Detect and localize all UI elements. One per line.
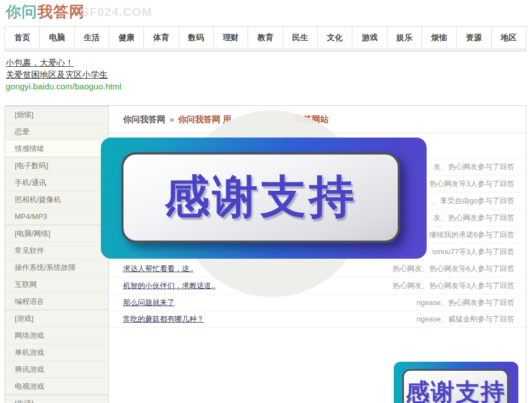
sidebar-category-item[interactable]: 互联网 (5, 276, 108, 293)
thanks-banner-small: 感谢支持 (394, 362, 518, 403)
question-answer-info: omou77等3人参与了回答 (432, 247, 514, 257)
sidebar-category-item[interactable]: 恋爱 (5, 123, 108, 140)
site-logo-part1: 你问 (6, 3, 37, 20)
question-title-link[interactable]: 求达人帮忙看看，这.. (123, 264, 193, 274)
nav-item[interactable]: 资源 (457, 27, 491, 48)
site-logo-part2: 我答网 (37, 3, 85, 20)
sidebar-category-item[interactable]: [游戏] (5, 310, 108, 327)
watermark-text: SF024.COM (81, 5, 152, 19)
nav-item[interactable]: 民生 (283, 27, 318, 48)
sidebar-category-item[interactable]: 电视游戏 (5, 378, 108, 395)
nav-item[interactable]: 体育 (144, 27, 178, 48)
nav-item[interactable]: 教育 (248, 27, 283, 48)
promo-ad-title-link[interactable]: 小包裹，大爱心！ (6, 57, 121, 68)
sidebar-category-item[interactable]: 网络游戏 (5, 327, 108, 344)
nav-item[interactable]: 电脑 (40, 27, 74, 48)
sidebar-category-item[interactable]: 常见软件 (5, 242, 108, 259)
nav-item[interactable]: 健康 (109, 27, 144, 48)
nav-item[interactable]: 娱乐 (388, 27, 422, 48)
main-nav: 首页电脑生活健康体育数码理财教育民生文化游戏娱乐烦恼资源地区 (5, 26, 526, 52)
nav-item[interactable]: 首页 (5, 27, 40, 48)
sidebar-category-item[interactable]: 照相机/摄像机 (5, 191, 108, 208)
sidebar-category-item[interactable]: 编程语言 (5, 293, 108, 310)
promo-ad: 小包裹，大爱心！ 关爱贫困地区及灾区小学生 gongyi.baidu.com/b… (6, 57, 121, 92)
site-logo[interactable]: 你问我答网 (6, 2, 85, 22)
question-row: 那么问题就来了 ngease、热心网友参与了回答 (109, 294, 526, 311)
sidebar-category-item[interactable]: 操作系统/系统故障 (5, 259, 108, 276)
promo-ad-url-link[interactable]: gongyi.baidu.com/baoguo.html (6, 80, 121, 92)
breadcrumb-site-link[interactable]: 你问我答网 (123, 114, 165, 124)
question-answer-info: 热心网友、热心网友等3人参与了回答 (393, 281, 514, 291)
nav-item[interactable]: 生活 (75, 27, 109, 48)
sidebar-category-item[interactable]: [生活] (5, 395, 108, 403)
question-title-link[interactable]: 常吃的蘑菇都有哪几种？ (123, 314, 204, 324)
question-title-link[interactable]: 那么问题就来了 (123, 298, 175, 308)
category-sidebar: [烦恼]恋爱情感情绪[电子数码]手机/通讯照相机/摄像机MP4/MP3[电脑/网… (5, 106, 109, 403)
question-answer-info: ngease、威猛金刚参与了回答 (416, 314, 514, 324)
nav-item[interactable]: 数码 (179, 27, 214, 48)
thanks-banner-large: 感谢支持 (101, 138, 427, 259)
question-answer-info: 热心网友等3人参与了回答 (429, 179, 514, 189)
promo-ad-subtitle-link[interactable]: 关爱贫困地区及灾区小学生 (6, 68, 121, 80)
sidebar-category-item[interactable]: 情感情绪 (5, 140, 108, 157)
sidebar-category-item[interactable]: MP4/MP3 (5, 208, 108, 225)
nav-item[interactable]: 理财 (214, 27, 248, 48)
sidebar-category-item[interactable]: 单机游戏 (5, 344, 108, 361)
thanks-banner-small-plate: 感谢支持 (402, 369, 509, 403)
question-answer-info: ngease、热心网友参与了回答 (416, 298, 514, 308)
sidebar-category-item[interactable]: 腾讯游戏 (5, 361, 108, 378)
sidebar-category-item[interactable]: [电子数码] (5, 157, 108, 174)
thanks-banner-small-text: 感谢支持 (406, 376, 505, 403)
nav-item[interactable]: 烦恼 (422, 27, 457, 48)
breadcrumb-separator: » (169, 114, 174, 124)
thanks-banner-large-plate: 感谢支持 (121, 152, 400, 243)
nav-item[interactable]: 地区 (492, 27, 526, 48)
question-row: 常吃的蘑菇都有哪几种？ ngease、威猛金刚参与了回答 (109, 311, 526, 328)
nav-item[interactable]: 游戏 (352, 27, 387, 48)
sidebar-category-item[interactable]: [电脑/网络] (5, 225, 108, 242)
question-answer-info: 热心网友、热心网友等6人参与了回答 (393, 264, 514, 274)
sidebar-category-item[interactable]: [烦恼] (5, 106, 108, 123)
question-answer-info: 、享受自由go参与了回答 (433, 196, 514, 206)
thanks-banner-large-text: 感谢支持 (164, 167, 357, 228)
question-title-link[interactable]: 机智的小伙伴们，求教这道.. (123, 281, 215, 291)
page-title-start: 你问我答网 用 (178, 114, 231, 124)
question-answer-info: 友、热心网友参与了回答 (433, 162, 514, 172)
sidebar-category-item[interactable]: 手机/通讯 (5, 174, 108, 191)
nav-item[interactable]: 文化 (318, 27, 352, 48)
page: 你问我答网 SF024.COM 首页电脑生活健康体育数码理财教育民生文化游戏娱乐… (0, 0, 532, 403)
question-answer-info: 友、热心网友参与了回答 (433, 213, 514, 223)
question-answer-info: 继续我的承诺6参与了回答 (429, 230, 514, 240)
